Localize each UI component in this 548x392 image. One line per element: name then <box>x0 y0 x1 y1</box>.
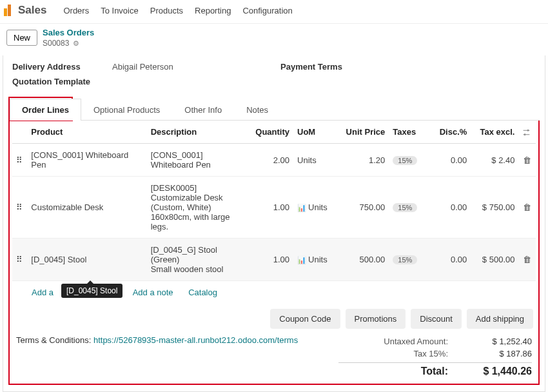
cell-disc[interactable]: 0.00 <box>430 144 471 177</box>
col-tax-excl[interactable]: Tax excl. <box>471 121 518 144</box>
drag-handle-icon[interactable]: ⠿ <box>12 177 27 239</box>
delivery-address-label: Delivery Address <box>12 62 112 72</box>
cell-unit-price[interactable]: 1.20 <box>341 144 389 177</box>
col-description[interactable]: Description <box>147 121 250 144</box>
cell-product[interactable]: Customizable Desk <box>27 177 146 239</box>
cell-qty[interactable]: 1.00 <box>249 177 293 239</box>
add-shipping-button[interactable]: Add shipping <box>467 309 533 329</box>
cell-qty[interactable]: 2.00 <box>249 144 293 177</box>
promotions-button[interactable]: Promotions <box>346 309 406 329</box>
nav-orders[interactable]: Orders <box>63 6 89 15</box>
cell-disc[interactable]: 0.00 <box>430 177 471 239</box>
cell-uom[interactable]: Units <box>293 144 341 177</box>
cell-uom[interactable]: 📊Units <box>293 177 341 239</box>
chart-icon: 📊 <box>297 256 306 264</box>
cell-subtotal: $ 500.00 <box>471 239 518 281</box>
cell-unit-price[interactable]: 750.00 <box>341 177 389 239</box>
cell-taxes[interactable]: 15% <box>389 144 430 177</box>
nav-products[interactable]: Products <box>150 6 183 15</box>
tax-badge: 15% <box>393 255 417 264</box>
sliders-icon[interactable] <box>522 127 531 137</box>
table-row[interactable]: ⠿[CONS_0001] Whiteboard Pen[CONS_0001] W… <box>12 144 536 177</box>
col-unit-price[interactable]: Unit Price <box>341 121 389 144</box>
col-disc[interactable]: Disc.% <box>430 121 471 144</box>
gear-icon[interactable]: ⚙ <box>73 39 79 47</box>
col-uom[interactable]: UoM <box>293 121 341 144</box>
trash-icon[interactable]: 🗑 <box>518 144 536 177</box>
breadcrumb: Sales Orders S00083 ⚙ <box>43 28 94 48</box>
tax-badge: 15% <box>393 203 417 212</box>
catalog-link[interactable]: Catalog <box>188 288 217 297</box>
tab-notes[interactable]: Notes <box>234 99 280 121</box>
tab-other-info[interactable]: Other Info <box>172 99 234 121</box>
chart-icon: 📊 <box>297 204 306 211</box>
new-button[interactable]: New <box>6 30 37 46</box>
col-taxes[interactable]: Taxes <box>389 121 430 144</box>
totals: Untaxed Amount: $ 1,252.40 Tax 15%: $ 18… <box>338 335 532 378</box>
cell-uom[interactable]: 📊Units <box>293 239 341 281</box>
col-product[interactable]: Product <box>27 121 146 144</box>
cell-unit-price[interactable]: 500.00 <box>341 239 389 281</box>
total-value: $ 1,440.26 <box>467 366 532 377</box>
tax-badge: 15% <box>393 156 417 165</box>
payment-terms-label: Payment Terms <box>280 62 342 72</box>
drag-handle-icon[interactable]: ⠿ <box>12 239 27 281</box>
terms-and-conditions: Terms & Conditions: https://52678935-mas… <box>16 335 298 345</box>
coupon-code-button[interactable]: Coupon Code <box>270 309 340 329</box>
trash-icon[interactable]: 🗑 <box>518 239 536 281</box>
table-row[interactable]: ⠿[D_0045] Stool[D_0045_G] Stool (Green) … <box>12 239 536 281</box>
app-brand: Sales <box>4 4 46 17</box>
breadcrumb-parent[interactable]: Sales Orders <box>43 28 94 38</box>
cell-product[interactable]: [D_0045] Stool <box>27 239 146 281</box>
tab-optional-products[interactable]: Optional Products <box>81 99 172 121</box>
col-quantity[interactable]: Quantity <box>249 121 293 144</box>
nav-reporting[interactable]: Reporting <box>195 6 231 15</box>
quotation-template-label: Quotation Template <box>12 77 112 86</box>
cell-description[interactable]: [DESK0005] Customizable Desk (Custom, Wh… <box>147 177 250 239</box>
tabs: Order Lines Optional Products Other Info… <box>8 98 540 121</box>
cell-description[interactable]: [D_0045_G] Stool (Green) Small wooden st… <box>147 239 250 281</box>
tab-order-lines[interactable]: Order Lines <box>10 99 81 121</box>
untaxed-label: Untaxed Amount: <box>351 337 448 346</box>
app-logo-icon <box>4 5 13 16</box>
cell-product[interactable]: [CONS_0001] Whiteboard Pen <box>27 144 146 177</box>
cell-description[interactable]: [CONS_0001] Whiteboard Pen <box>147 144 250 177</box>
tax-label: Tax 15%: <box>351 349 448 358</box>
cell-subtotal: $ 2.40 <box>471 144 518 177</box>
cell-qty[interactable]: 1.00 <box>249 239 293 281</box>
cell-taxes[interactable]: 15% <box>389 239 430 281</box>
trash-icon[interactable]: 🗑 <box>518 177 536 239</box>
delivery-address-value[interactable]: Abigail Peterson <box>112 62 173 72</box>
untaxed-value: $ 1,252.40 <box>467 337 532 346</box>
tax-value: $ 187.86 <box>467 349 532 358</box>
cell-disc[interactable]: 0.00 <box>430 239 471 281</box>
nav-configuration[interactable]: Configuration <box>242 6 292 15</box>
table-row[interactable]: ⠿Customizable Desk[DESK0005] Customizabl… <box>12 177 536 239</box>
cell-taxes[interactable]: 15% <box>389 177 430 239</box>
discount-button[interactable]: Discount <box>411 309 462 329</box>
breadcrumb-current: S00083 <box>43 39 69 48</box>
nav-to-invoice[interactable]: To Invoice <box>101 6 139 15</box>
drag-handle-icon[interactable]: ⠿ <box>12 144 27 177</box>
order-lines-table: Product Description Quantity UoM Unit Pr… <box>12 121 536 281</box>
add-note-link[interactable]: Add a note <box>133 288 173 297</box>
product-tooltip: [D_0045] Stool <box>61 284 122 298</box>
terms-link[interactable]: https://52678935-master-all.runbot212.od… <box>93 335 298 345</box>
cell-subtotal: $ 750.00 <box>471 177 518 239</box>
total-label: Total: <box>351 366 448 377</box>
